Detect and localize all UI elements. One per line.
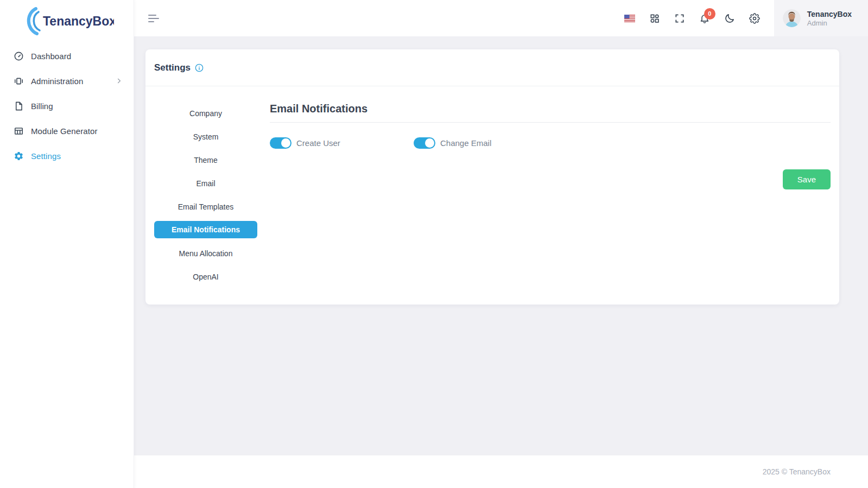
profile-name: TenancyBox <box>807 9 852 19</box>
sidebar-item-label: Dashboard <box>31 52 123 61</box>
notification-badge: 0 <box>704 8 715 20</box>
tab-theme[interactable]: Theme <box>154 148 257 172</box>
user-avatar <box>783 9 801 27</box>
card-body: Company System Theme Email Email Templat… <box>145 86 839 305</box>
sidebar-item-administration[interactable]: Administration <box>0 68 134 93</box>
tab-email-notifications[interactable]: Email Notifications <box>154 221 257 238</box>
sidebar: TenancyBox Dashboard Administration <box>0 0 134 488</box>
toggle-knob <box>281 138 290 148</box>
svg-text:TenancyBox: TenancyBox <box>43 14 114 28</box>
header-gear-icon[interactable] <box>749 13 760 24</box>
user-profile-menu[interactable]: TenancyBox Admin <box>774 0 868 36</box>
toggle-knob <box>425 138 434 148</box>
tab-menu-allocation[interactable]: Menu Allocation <box>154 242 257 265</box>
tab-email-templates[interactable]: Email Templates <box>154 195 257 218</box>
settings-icon <box>14 151 24 161</box>
save-row: Save <box>270 169 831 189</box>
card-header: Settings <box>145 49 839 86</box>
sidebar-item-settings[interactable]: Settings <box>0 143 134 168</box>
toggles-row: Create User Change Email <box>270 137 831 149</box>
page-title: Settings <box>154 62 191 73</box>
chevron-right-icon <box>115 77 123 85</box>
profile-role: Admin <box>807 19 852 28</box>
tenancybox-logo-icon: TenancyBox <box>22 7 114 35</box>
dashboard-icon <box>14 51 24 61</box>
tab-system[interactable]: System <box>154 125 257 148</box>
administration-icon <box>14 76 24 86</box>
sidebar-item-dashboard[interactable]: Dashboard <box>0 43 134 68</box>
top-header: 0 <box>134 0 868 36</box>
apps-grid-icon[interactable] <box>649 13 660 24</box>
notifications-bell-icon[interactable]: 0 <box>699 13 710 24</box>
fullscreen-icon[interactable] <box>674 13 685 24</box>
tab-openai[interactable]: OpenAI <box>154 265 257 288</box>
sidebar-item-module-generator[interactable]: Module Generator <box>0 118 134 143</box>
info-icon[interactable] <box>195 64 204 72</box>
page-footer: 2025 © TenancyBox <box>134 455 868 488</box>
sidebar-item-billing[interactable]: Billing <box>0 93 134 118</box>
tab-panel: Email Notifications Create User Change E… <box>257 102 831 288</box>
hamburger-icon[interactable] <box>148 15 160 22</box>
sidebar-item-label: Module Generator <box>31 126 123 136</box>
main-column: 0 <box>134 0 868 488</box>
content-area: Settings Company System Theme Email Emai… <box>134 36 868 455</box>
toggle-group-create-user: Create User <box>270 137 414 149</box>
settings-card: Settings Company System Theme Email Emai… <box>145 49 839 305</box>
sidebar-item-label: Billing <box>31 102 123 111</box>
billing-icon <box>14 101 24 111</box>
app-root: TenancyBox Dashboard Administration <box>0 0 868 488</box>
header-actions: 0 <box>624 0 868 36</box>
tab-email[interactable]: Email <box>154 172 257 195</box>
module-generator-icon <box>14 126 24 136</box>
settings-tabs: Company System Theme Email Email Templat… <box>154 102 257 288</box>
tab-company[interactable]: Company <box>154 102 257 125</box>
change-email-toggle[interactable] <box>414 137 435 149</box>
dark-mode-moon-icon[interactable] <box>724 13 735 24</box>
toggle-label: Change Email <box>440 138 491 148</box>
sidebar-nav: Dashboard Administration Billing <box>0 43 134 168</box>
toggle-label: Create User <box>296 138 340 148</box>
create-user-toggle[interactable] <box>270 137 292 149</box>
sidebar-item-label: Administration <box>31 77 115 86</box>
copyright-text: 2025 © TenancyBox <box>763 467 831 476</box>
brand-logo[interactable]: TenancyBox <box>0 0 134 37</box>
toggle-group-change-email: Change Email <box>414 137 831 149</box>
sidebar-item-label: Settings <box>31 151 123 161</box>
section-heading: Email Notifications <box>270 103 831 115</box>
section-divider <box>270 122 831 123</box>
save-button[interactable]: Save <box>783 169 831 189</box>
language-us-flag-icon[interactable] <box>624 13 635 24</box>
